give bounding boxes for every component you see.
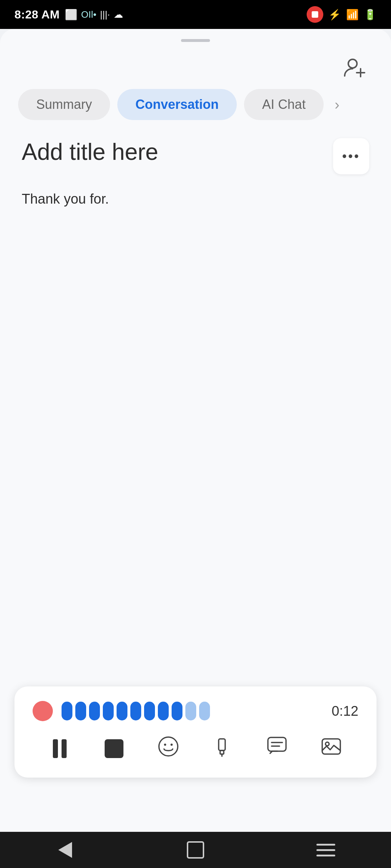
page-title[interactable]: Add title here [22,138,158,166]
sim-icon: ⬜ [65,9,77,21]
svg-point-5 [171,744,173,746]
image-icon [321,736,342,761]
stop-icon [105,739,123,758]
battery-icon: 🔋 [364,9,377,21]
tab-more: › [331,97,343,113]
content-area: Add title here ••• Thank you for. [0,131,391,217]
tab-ai-chat[interactable]: AI Chat [244,89,324,120]
wave-bar-11 [199,702,210,720]
svg-rect-12 [322,739,340,754]
highlighter-button[interactable] [208,734,237,763]
wave-bar-6 [130,702,141,720]
waveform [62,702,317,720]
status-right: ⚡ 📶 🔋 [307,6,377,23]
chat-icon [266,736,287,761]
emoji-button[interactable] [154,734,183,763]
transcript-button[interactable] [262,734,291,763]
signal-icon: OIl• [81,9,96,20]
svg-point-0 [348,59,357,68]
recording-time: 0:12 [332,703,358,719]
highlighter-icon [212,736,233,761]
status-icons-left: ⬜ OIl• |||· ☁ [65,9,123,21]
nav-home-button[interactable] [181,835,210,864]
nav-menu-button[interactable] [311,835,340,864]
wave-bar-9 [172,702,182,720]
bottom-nav [0,832,391,868]
wave-bar-1 [62,702,72,720]
wave-bar-7 [144,702,155,720]
home-icon [187,841,204,859]
svg-rect-9 [268,737,286,751]
recording-top: 0:12 [33,701,358,721]
cloud-icon: ☁ [114,9,123,20]
recording-dot [33,701,53,721]
pause-icon [53,739,67,758]
recording-controls [33,734,358,763]
title-row: Add title here ••• [22,138,369,174]
body-text[interactable]: Thank you for. [22,189,369,209]
add-person-icon [343,56,366,79]
main-content: Summary Conversation AI Chat › Add title… [0,29,391,832]
sheet: Summary Conversation AI Chat › Add title… [0,29,391,832]
svg-point-4 [164,744,166,746]
more-options-button[interactable]: ••• [333,138,369,174]
pause-button[interactable] [45,734,74,763]
image-button[interactable] [317,734,346,763]
recording-indicator [307,6,323,23]
status-bar: 8:28 AM ⬜ OIl• |||· ☁ ⚡ 📶 🔋 [0,0,391,29]
add-person-button[interactable] [340,53,369,82]
menu-icon [316,844,335,856]
wifi-icon: 📶 [346,9,359,21]
emoji-icon [158,736,179,761]
audio-icon: |||· [100,9,110,20]
wave-bar-4 [103,702,114,720]
back-icon [58,842,72,858]
svg-rect-6 [219,739,225,750]
top-action-row [0,46,391,85]
svg-point-3 [159,737,178,756]
drag-handle-area[interactable] [0,29,391,46]
drag-handle[interactable] [181,39,210,42]
tab-summary[interactable]: Summary [18,89,110,120]
more-dots-icon: ••• [342,149,360,164]
bluetooth-icon: ⚡ [328,9,341,21]
tabs-row: Summary Conversation AI Chat › [0,85,391,131]
status-left: 8:28 AM ⬜ OIl• |||· ☁ [14,8,123,21]
svg-point-13 [325,742,329,746]
wave-bar-10 [185,702,196,720]
recording-bar: 0:12 [14,686,377,778]
wave-bar-5 [117,702,127,720]
nav-back-button[interactable] [51,835,80,864]
wave-bar-8 [158,702,169,720]
stop-button[interactable] [100,734,129,763]
tab-conversation[interactable]: Conversation [117,89,237,120]
wave-bar-2 [75,702,86,720]
status-time: 8:28 AM [14,8,60,21]
wave-bar-3 [89,702,100,720]
